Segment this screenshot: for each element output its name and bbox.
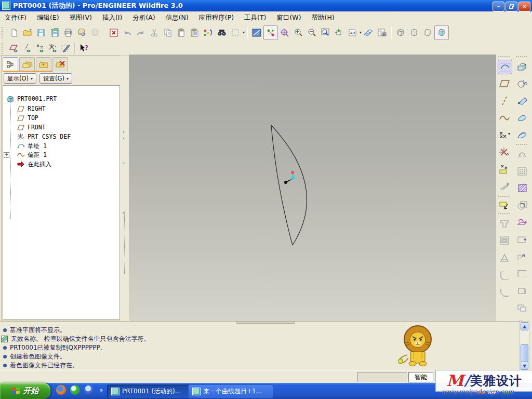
scrollbar-thumb[interactable] (521, 344, 528, 362)
media-player-icon[interactable] (84, 385, 94, 395)
selection-filter-icon[interactable] (229, 26, 242, 39)
curve-tool-icon[interactable] (498, 111, 511, 125)
solidify-tool-icon[interactable] (515, 233, 529, 246)
offset-tool-icon[interactable] (515, 284, 529, 298)
quick-launch-overflow[interactable]: » (99, 387, 103, 394)
no-hidden-display-icon[interactable] (421, 26, 434, 39)
restore-button[interactable] (506, 2, 517, 11)
menu-file[interactable]: 文件(F) (0, 12, 31, 24)
layers-icon[interactable] (362, 26, 375, 39)
menu-view[interactable]: 视图(V) (65, 12, 97, 24)
blend-tool-icon[interactable] (515, 147, 529, 161)
orient-mode-icon[interactable] (332, 26, 345, 39)
tree-row-part[interactable]: PRT0001.PRT (6, 94, 57, 103)
datum-axis-tool-icon[interactable] (498, 94, 511, 108)
settings-dropdown-button[interactable]: 设置(G)▾ (39, 73, 72, 84)
favorites-tab[interactable]: * (36, 57, 51, 71)
zoom-in-icon[interactable] (291, 26, 305, 39)
copy-icon[interactable] (161, 26, 175, 39)
merge-tool-icon[interactable] (515, 301, 529, 315)
chamfer-tool-icon[interactable] (498, 285, 511, 299)
spin-center-icon[interactable] (278, 26, 291, 39)
firefox-icon[interactable] (56, 385, 66, 395)
tree-row-right[interactable]: RIGHT (17, 104, 46, 113)
point-display-icon[interactable] (33, 42, 46, 54)
minimize-button[interactable]: – (493, 2, 504, 11)
style-tool-icon[interactable] (515, 128, 529, 142)
connections-tab[interactable] (52, 57, 68, 71)
tree-row-front[interactable]: FRONT (17, 123, 46, 132)
send-email-icon[interactable] (75, 26, 88, 39)
hatch-tool-icon[interactable] (515, 181, 529, 195)
wrap-tool-icon[interactable] (515, 216, 529, 229)
redo-icon[interactable] (134, 26, 148, 39)
sash-collapse-icon[interactable]: ‹ (123, 136, 126, 141)
tree-row-insert-here[interactable]: 在此插入 (17, 159, 51, 169)
selection-filter-box[interactable]: 智能 (408, 372, 433, 382)
show-dropdown-button[interactable]: 显示(O)▾ (4, 73, 36, 84)
taskbar-task-curve-topic[interactable]: 来一个曲线题目+1... (188, 384, 273, 398)
trim-tool-icon[interactable] (515, 267, 529, 281)
menu-analysis[interactable]: 分析(A) (128, 12, 159, 24)
repaint-icon[interactable] (263, 25, 278, 40)
menu-info[interactable]: 信息(N) (161, 12, 193, 24)
menu-edit[interactable]: 编辑(E) (32, 12, 64, 24)
selection-filter-caret[interactable]: ▾ (243, 30, 245, 35)
scroll-up-icon[interactable]: ▲ (521, 322, 528, 330)
round-tool-icon[interactable] (498, 268, 511, 282)
save-a-copy-icon[interactable] (48, 26, 61, 39)
draft-tool-icon[interactable] (498, 251, 511, 264)
menu-window[interactable]: 窗口(W) (272, 12, 305, 24)
navigator-splitter[interactable]: ‹ ‹ › › (121, 56, 129, 321)
model-tree-tab[interactable] (3, 57, 18, 71)
datum-plane-tool-icon[interactable] (498, 77, 511, 90)
expand-icon[interactable]: + (4, 152, 9, 158)
find-icon[interactable] (215, 26, 229, 39)
extrude-tool-icon[interactable] (515, 60, 529, 73)
tree-row-offset[interactable]: 偏距 1 (17, 150, 47, 159)
paste-icon[interactable] (175, 26, 188, 39)
zoom-out-icon[interactable] (305, 26, 318, 39)
toolbar-grip[interactable] (498, 56, 510, 59)
tree-row-top[interactable]: TOP (17, 113, 38, 123)
sash-collapse-icon[interactable]: ‹ (123, 130, 126, 135)
message-sash-handle[interactable] (236, 321, 295, 324)
menu-tools[interactable]: 工具(T) (240, 12, 271, 24)
sweep-tool-icon[interactable] (515, 94, 529, 108)
toolbar-grip[interactable] (516, 56, 527, 59)
green-browser-icon[interactable] (70, 385, 80, 395)
toolbar-grip[interactable] (2, 27, 5, 38)
context-help-icon[interactable]: ? (77, 42, 90, 54)
revolve-tool-icon[interactable] (515, 77, 529, 90)
csys-display-icon[interactable] (46, 42, 59, 54)
scroll-down-icon[interactable]: ▼ (521, 362, 528, 370)
intersect-tool-icon[interactable] (515, 198, 529, 212)
start-button[interactable]: 开始 (0, 383, 50, 399)
open-file-icon[interactable] (21, 26, 34, 39)
shaded-display-toggle-icon[interactable] (250, 26, 263, 39)
save-icon[interactable] (34, 26, 48, 39)
datum-csys-tool-icon[interactable] (498, 145, 511, 159)
graph-tool-icon[interactable] (498, 180, 511, 193)
regenerate-icon[interactable] (202, 26, 215, 39)
delete-icon[interactable] (107, 26, 121, 39)
menu-applications[interactable]: 应用程序(P) (194, 12, 238, 24)
boundary-blend-tool-icon[interactable] (515, 111, 529, 125)
annotation-display-icon[interactable] (59, 42, 72, 54)
datum-point-caret[interactable]: ▾ (508, 131, 510, 136)
menu-insert[interactable]: 插入(I) (98, 12, 127, 24)
datum-axis-display-icon[interactable] (20, 42, 33, 54)
sash-expand-icon[interactable]: › (123, 210, 126, 215)
wireframe-display-icon[interactable] (394, 26, 407, 39)
plane-normal-tool-icon[interactable] (498, 199, 511, 212)
graphics-canvas[interactable] (129, 55, 496, 321)
shaded-display-icon[interactable] (434, 25, 449, 40)
project-tool-icon[interactable] (515, 250, 529, 263)
taskbar-task-prt0001[interactable]: PRT0001 (活动的)... (107, 384, 191, 398)
paste-special-icon[interactable] (188, 26, 202, 39)
close-button[interactable]: ✕ (518, 2, 530, 11)
menu-help[interactable]: 帮助(H) (307, 12, 339, 24)
hidden-line-display-icon[interactable] (407, 26, 421, 39)
offset-csys-tool-icon[interactable] (498, 163, 511, 176)
tree-row-sketch[interactable]: 草绘 1 (17, 141, 47, 151)
